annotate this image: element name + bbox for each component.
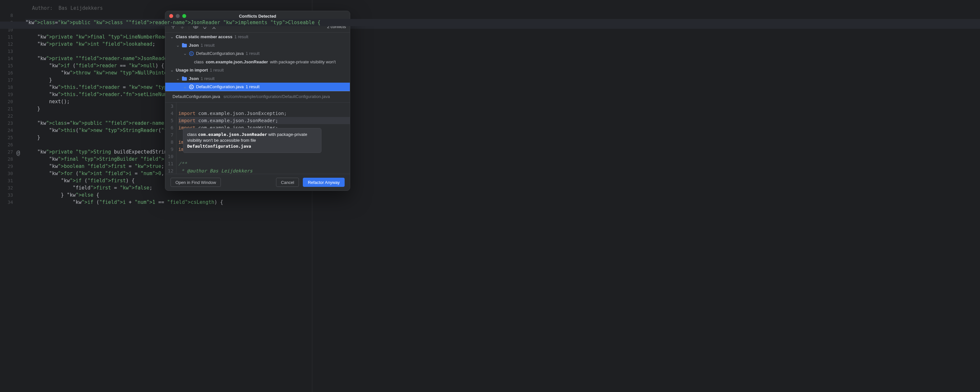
- tree-badge: 1 result: [234, 33, 248, 41]
- tooltip-text: class: [187, 132, 198, 137]
- tree-group-label: Usage in import: [176, 66, 208, 75]
- tree-group-label: Class static member access: [176, 33, 232, 41]
- conflicts-tree[interactable]: ⌄ Class static member access 1 result ⌄ …: [165, 33, 350, 91]
- tree-group[interactable]: ⌄ Class static member access 1 result: [165, 33, 350, 41]
- close-icon[interactable]: [169, 14, 173, 18]
- tree-file[interactable]: ⌄ C DefaultConfiguration.java 1 result: [165, 49, 350, 58]
- tree-badge: 1 result: [210, 66, 224, 75]
- minimize-icon: [176, 14, 180, 18]
- chevron-down-icon[interactable]: ⌄: [176, 41, 180, 49]
- author-annotation-icon: @: [16, 149, 20, 156]
- chevron-down-icon[interactable]: ⌄: [176, 75, 180, 83]
- svg-text:C: C: [191, 85, 193, 89]
- tree-badge: 1 result: [246, 83, 260, 91]
- tree-usage-text: with package-private visibility won't: [270, 58, 336, 66]
- chevron-down-icon[interactable]: ⌄: [170, 33, 174, 41]
- tree-badge: 1 result: [246, 49, 260, 58]
- tree-usage[interactable]: class com.example.json.JsonReader with p…: [165, 58, 350, 66]
- tree-file-label: DefaultConfiguration.java: [196, 83, 244, 91]
- tree-badge: 1 result: [200, 41, 215, 49]
- tree-module-label: Json: [189, 75, 199, 83]
- chevron-down-icon[interactable]: ⌄: [183, 49, 187, 58]
- preview-area[interactable]: 3456789101112 import com.example.json.Js…: [165, 102, 350, 174]
- refactor-anyway-button[interactable]: Refactor Anyway: [303, 178, 345, 187]
- preview-filename: DefaultConfiguration.java: [172, 94, 220, 99]
- tree-file-label: DefaultConfiguration.java: [196, 49, 244, 58]
- conflicts-dialog: Conflicts Detected 2 conflicts ⌄ Class s…: [165, 11, 350, 191]
- dialog-footer: Open in Find Window Cancel Refactor Anyw…: [165, 174, 350, 190]
- editor-area: 8910111213141516171819202122232425262728…: [0, 0, 980, 392]
- open-in-find-button[interactable]: Open in Find Window: [170, 178, 221, 187]
- conflict-tooltip: class com.example.json.JsonReader with p…: [183, 128, 321, 153]
- tree-file[interactable]: ⌄ C DefaultConfiguration.java 1 result: [165, 83, 350, 91]
- class-icon: C: [189, 51, 194, 56]
- tree-module[interactable]: ⌄ Json 1 result: [165, 41, 350, 49]
- module-icon: [181, 76, 187, 81]
- svg-text:C: C: [191, 52, 193, 55]
- tree-badge: 1 result: [200, 75, 215, 83]
- chevron-down-icon[interactable]: ⌄: [170, 66, 174, 75]
- tooltip-class: com.example.json.JsonReader: [198, 132, 267, 137]
- preview-gutter: 3456789101112: [165, 103, 177, 174]
- zoom-icon[interactable]: [182, 14, 186, 18]
- class-icon: C: [189, 84, 194, 89]
- editor-marks: @: [16, 0, 24, 392]
- window-controls: [169, 14, 186, 18]
- tree-module-label: Json: [189, 41, 199, 49]
- module-icon: [181, 43, 187, 48]
- preview-filepath: src/com/example/configuration/DefaultCon…: [223, 94, 330, 99]
- tree-usage-class: com.example.json.JsonReader: [206, 58, 268, 66]
- editor-gutter: 8910111213141516171819202122232425262728…: [0, 0, 16, 392]
- cancel-button[interactable]: Cancel: [276, 178, 299, 187]
- tree-usage-text: class: [194, 58, 204, 66]
- tree-module[interactable]: ⌄ Json 1 result: [165, 75, 350, 83]
- chevron-down-icon[interactable]: ⌄: [183, 83, 187, 91]
- preview-header: DefaultConfiguration.java src/com/exampl…: [165, 91, 350, 102]
- tree-group[interactable]: ⌄ Usage in import 1 result: [165, 66, 350, 75]
- tooltip-file: DefaultConfiguration.java: [187, 144, 251, 149]
- dialog-title: Conflicts Detected: [165, 14, 350, 19]
